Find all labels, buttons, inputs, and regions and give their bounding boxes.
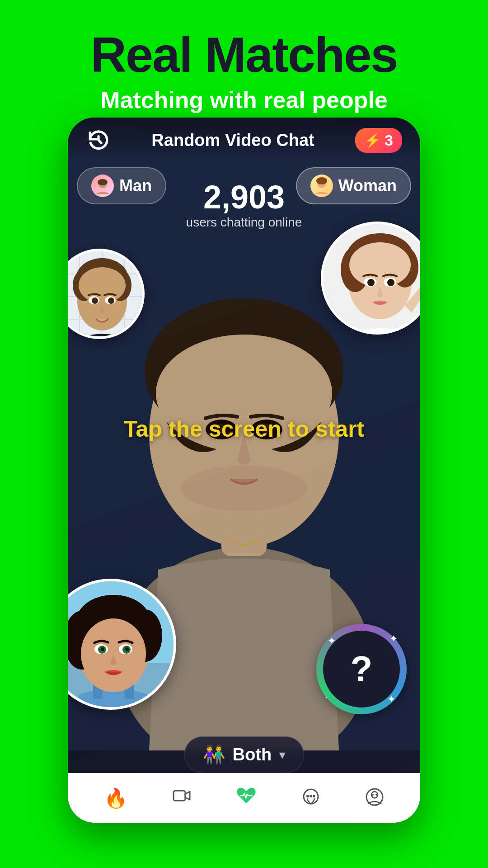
svg-point-57 xyxy=(81,618,146,689)
chat-icon xyxy=(301,788,320,808)
sparkle-icon-3: · xyxy=(325,691,328,703)
energy-badge[interactable]: ⚡ 3 xyxy=(355,128,402,153)
svg-point-31 xyxy=(79,267,126,303)
gender-woman-button[interactable]: Woman xyxy=(296,167,411,204)
mystery-inner: ✦ ✦ · ✦ ? xyxy=(323,631,400,708)
svg-point-72 xyxy=(375,794,377,796)
profile-icon xyxy=(365,788,384,808)
filter-bar[interactable]: 👫 Both ▾ xyxy=(184,736,304,773)
nav-match[interactable] xyxy=(236,786,257,810)
count-label: users chatting online xyxy=(186,215,302,230)
svg-point-46 xyxy=(387,279,394,286)
count-number: 2,903 xyxy=(186,181,302,213)
svg-point-66 xyxy=(306,795,309,797)
svg-point-13 xyxy=(181,466,307,511)
fire-icon: 🔥 xyxy=(104,787,127,809)
svg-point-42 xyxy=(349,242,411,288)
nav-profile[interactable] xyxy=(365,788,384,808)
header-section: Real Matches Matching with real people xyxy=(0,0,488,127)
main-title: Real Matches xyxy=(18,27,470,82)
question-mark: ? xyxy=(351,648,373,690)
svg-point-15 xyxy=(98,179,108,185)
sparkle-icon-2: ✦ xyxy=(389,633,398,645)
svg-point-35 xyxy=(108,297,114,304)
svg-rect-64 xyxy=(174,791,185,801)
nav-hot[interactable]: 🔥 xyxy=(104,787,127,809)
svg-point-71 xyxy=(372,794,374,796)
woman-avatar xyxy=(310,175,333,197)
svg-point-62 xyxy=(101,647,104,651)
nav-video[interactable] xyxy=(172,787,191,810)
woman-label: Woman xyxy=(338,176,397,195)
energy-icon: ⚡ xyxy=(364,132,381,148)
sparkle-icon: ✦ xyxy=(328,635,336,647)
man-label: Man xyxy=(119,176,152,195)
mystery-button[interactable]: ✦ ✦ · ✦ ? xyxy=(316,624,407,714)
bottom-nav: 🔥 xyxy=(68,773,420,823)
sparkle-icon-4: ✦ xyxy=(387,693,395,705)
filter-dropdown-arrow[interactable]: ▾ xyxy=(279,747,285,762)
tap-to-start-text[interactable]: Tap the screen to start xyxy=(124,416,365,442)
svg-point-34 xyxy=(92,297,98,304)
filter-label: Both xyxy=(233,745,272,764)
gender-man-button[interactable]: Man xyxy=(77,167,166,204)
filter-both-icon: 👫 xyxy=(203,744,225,765)
nav-chat[interactable] xyxy=(301,788,320,808)
video-icon xyxy=(172,787,191,810)
man-avatar xyxy=(91,175,114,197)
top-bar: Random Video Chat ⚡ 3 xyxy=(68,118,420,163)
history-button[interactable] xyxy=(86,128,111,153)
svg-point-68 xyxy=(313,795,315,797)
phone-mockup: Random Video Chat ⚡ 3 Man xyxy=(68,118,420,823)
subtitle: Matching with real people xyxy=(18,86,470,113)
app-title: Random Video Chat xyxy=(151,131,314,150)
online-count-section: 2,903 users chatting online xyxy=(186,181,302,230)
svg-point-63 xyxy=(125,647,129,651)
svg-point-17 xyxy=(316,177,327,184)
svg-point-67 xyxy=(310,795,312,797)
phone-screen: Random Video Chat ⚡ 3 Man xyxy=(68,118,420,823)
heart-pulse-icon xyxy=(236,786,257,810)
energy-count: 3 xyxy=(385,132,393,149)
svg-point-45 xyxy=(367,279,375,286)
